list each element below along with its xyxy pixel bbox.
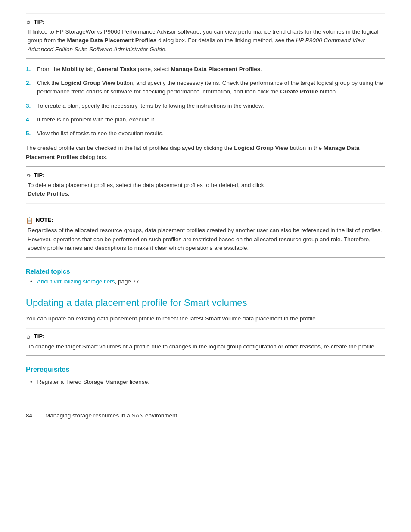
- related-topics-title: Related topics: [26, 268, 385, 275]
- tip-block-2: ☼ TIP: To delete data placement profiles…: [26, 166, 385, 204]
- related-topic-page-1: , page 77: [115, 278, 139, 285]
- tip-1-label: TIP:: [34, 19, 45, 25]
- tip-3-header: ☼ TIP:: [26, 329, 385, 340]
- note-block-1: 📋 NOTE: Regardless of the allocated reso…: [26, 212, 385, 258]
- tip-1-header: ☼ TIP:: [26, 14, 385, 25]
- tip-2-body: To delete data placement profiles, selec…: [26, 181, 385, 199]
- step-3-num: 3.: [26, 102, 33, 110]
- step-1: 1. From the Mobility tab, General Tasks …: [26, 65, 385, 74]
- step-2-content: Click the Logical Group View button, and…: [37, 79, 385, 96]
- page-number: 84: [26, 412, 32, 419]
- note-1-text: Regardless of the allocated resource gro…: [28, 227, 382, 252]
- note-1-label: NOTE:: [36, 217, 53, 223]
- step-4-num: 4.: [26, 115, 33, 124]
- footer-text: Managing storage resources in a SAN envi…: [45, 412, 177, 419]
- step-1-text-1: From the: [37, 66, 62, 72]
- step-5-content: View the list of tasks to see the execut…: [37, 129, 385, 138]
- steps-list: 1. From the Mobility tab, General Tasks …: [26, 65, 385, 138]
- page-container: ☼ TIP: If linked to HP StorageWorks P900…: [0, 0, 411, 436]
- divider-tip3-bottom: [26, 355, 385, 356]
- tip-2-header: ☼ TIP:: [26, 167, 385, 178]
- note-1-header: 📋 NOTE:: [26, 212, 385, 224]
- step-1-num: 1.: [26, 65, 33, 74]
- prereq-list: Register a Tiered Storage Manager licens…: [26, 378, 385, 386]
- tip-3-icon: ☼: [26, 333, 31, 340]
- tip-1-text-2: dialog box. For details on the linking m…: [156, 37, 296, 44]
- tip-1-icon: ☼: [26, 18, 31, 25]
- prerequisites-section: Prerequisites Register a Tiered Storage …: [26, 366, 385, 386]
- body-text-1: The created profile can be checked in th…: [26, 145, 234, 151]
- step-5: 5. View the list of tasks to see the exe…: [26, 129, 385, 138]
- divider-note-bottom: [26, 257, 385, 258]
- step-2-text-3: button.: [318, 88, 337, 95]
- step-3: 3. To create a plan, specify the necessa…: [26, 102, 385, 110]
- step-2-bold-2: Create Profile: [280, 88, 318, 95]
- note-1-body: Regardless of the allocated resource gro…: [26, 226, 385, 253]
- step-2-bold-1: Logical Group View: [61, 80, 115, 86]
- tip-2-text-2: .: [68, 190, 70, 197]
- divider-tip2-bottom: [26, 203, 385, 204]
- tip-block-3: ☼ TIP: To change the target Smart volume…: [26, 328, 385, 356]
- tip-block-1: ☼ TIP: If linked to HP StorageWorks P900…: [26, 13, 385, 59]
- step-4-text: If there is no problem with the plan, ex…: [37, 116, 156, 123]
- related-topics-section: Related topics About virtualizing storag…: [26, 268, 385, 285]
- step-1-bold-2: General Tasks: [97, 66, 136, 72]
- step-1-text-3: pane, select: [136, 66, 171, 72]
- step-4: 4. If there is no problem with the plan,…: [26, 115, 385, 124]
- tip-3-text: To change the target Smart volumes of a …: [28, 343, 376, 350]
- tip-1-text-3: .: [165, 46, 167, 53]
- tip-2-label: TIP:: [34, 172, 45, 178]
- step-5-text: View the list of tasks to see the execut…: [37, 130, 164, 137]
- step-2-num: 2.: [26, 79, 33, 96]
- related-topic-link-1[interactable]: About virtualizing storage tiers: [37, 278, 115, 285]
- body-text-2: button in the: [288, 145, 324, 151]
- tip-3-label: TIP:: [34, 333, 45, 339]
- step-1-content: From the Mobility tab, General Tasks pan…: [37, 65, 385, 74]
- related-topic-item-1: About virtualizing storage tiers, page 7…: [30, 278, 385, 285]
- divider-bottom-1: [26, 58, 385, 59]
- step-3-text: To create a plan, specify the necessary …: [37, 103, 264, 109]
- step-1-bold-1: Mobility: [62, 66, 84, 72]
- tip-3-body: To change the target Smart volumes of a …: [26, 342, 385, 351]
- page-footer: 84 Managing storage resources in a SAN e…: [26, 412, 385, 419]
- tip-2-icon: ☼: [26, 171, 31, 178]
- body-text-3: dialog box.: [78, 154, 108, 160]
- step-1-text-2: tab,: [84, 66, 97, 72]
- step-5-num: 5.: [26, 129, 33, 138]
- body-bold-1: Logical Group View: [234, 145, 288, 151]
- tip-1-body: If linked to HP StorageWorks P9000 Perfo…: [26, 28, 385, 54]
- prerequisites-heading: Prerequisites: [26, 366, 385, 373]
- step-1-text-4: .: [260, 66, 262, 72]
- note-1-icon: 📋: [26, 217, 33, 224]
- related-topics-list: About virtualizing storage tiers, page 7…: [26, 278, 385, 285]
- tip-1-bold-1: Manage Data Placement Profiles: [67, 37, 157, 44]
- step-1-bold-3: Manage Data Placement Profiles: [171, 66, 260, 72]
- section-heading: Updating a data placement profile for Sm…: [26, 297, 385, 309]
- tip-2-bold-1: Delete Profiles: [28, 190, 68, 197]
- tip-2-text-1: To delete data placement profiles, selec…: [28, 182, 264, 188]
- step-3-content: To create a plan, specify the necessary …: [37, 102, 385, 110]
- prereq-item-1: Register a Tiered Storage Manager licens…: [30, 378, 385, 386]
- body-paragraph: The created profile can be checked in th…: [26, 144, 385, 162]
- section-intro: You can update an existing data placemen…: [26, 314, 385, 324]
- step-2-text-1: Click the: [37, 80, 61, 86]
- step-2: 2. Click the Logical Group View button, …: [26, 79, 385, 96]
- prereq-item-1-text: Register a Tiered Storage Manager licens…: [37, 379, 149, 385]
- step-4-content: If there is no problem with the plan, ex…: [37, 115, 385, 124]
